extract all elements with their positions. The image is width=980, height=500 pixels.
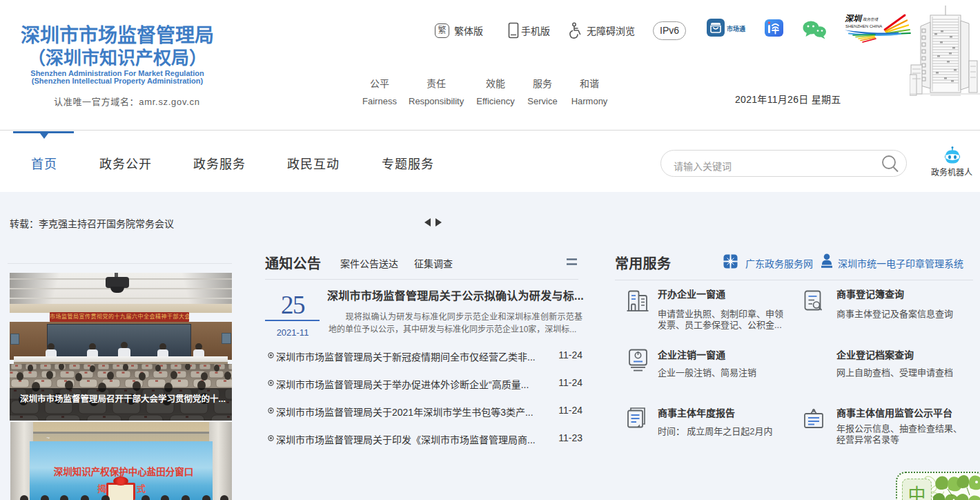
svg-text:政务在线: 政务在线 [863, 17, 879, 21]
svg-text:深圳: 深圳 [845, 14, 863, 23]
svg-text:SHENZHEN CHINA: SHENZHEN CHINA [845, 24, 882, 28]
